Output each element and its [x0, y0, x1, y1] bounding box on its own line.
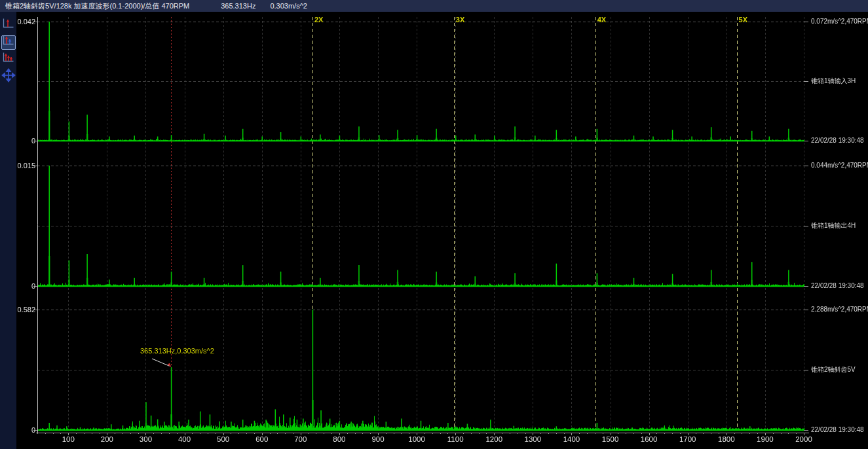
y-max-label-chart3: 0.582: [16, 306, 35, 314]
x-tick-label-1700: 1700: [673, 435, 702, 443]
x-tick-label-100: 100: [54, 435, 83, 443]
stacked-spectra-icon: [1, 34, 16, 51]
channel-name-label-chart2: 锥箱1轴输出4H: [811, 222, 856, 230]
channel-name-label-chart1: 锥箱1轴输入3H: [811, 77, 856, 85]
timestamp-label-chart3: 22/02/28 19:30:48: [811, 426, 864, 434]
x-tick-label-1800: 1800: [712, 435, 741, 443]
tool-pan-move-button[interactable]: [1, 69, 16, 84]
single-spectrum-icon: [1, 17, 16, 34]
x-tick-label-1400: 1400: [557, 435, 586, 443]
title-bar: 锥箱2轴斜齿5V/128k 加速度波形(0.1-2000)/总值 470RPM3…: [0, 0, 868, 12]
overall-value-label-chart1: 0.072m/s^2,470RPM: [811, 18, 868, 26]
y-zero-label-chart2: 0: [16, 282, 35, 290]
x-tick-label-900: 900: [364, 435, 392, 443]
tool-stacked-spectra-button[interactable]: [1, 35, 16, 50]
channel-name-label-chart3: 锥箱2轴斜齿5V: [811, 366, 856, 374]
y-max-label-chart1: 0.042: [16, 18, 35, 26]
spectrum-plot-area: 0.04200.072m/s^2,470RPM锥箱1轴输入3H22/02/28 …: [16, 12, 868, 449]
x-tick-label-700: 700: [286, 435, 315, 443]
x-tick-label-500: 500: [209, 435, 238, 443]
x-tick-label-1900: 1900: [751, 435, 780, 443]
x-tick-label-600: 600: [248, 435, 276, 443]
spectrum-canvas[interactable]: [16, 12, 868, 449]
x-tick-label-300: 300: [131, 435, 160, 443]
x-tick-label-800: 800: [325, 435, 354, 443]
cursor-amp-readout: 0.303m/s^2: [270, 2, 307, 10]
y-zero-label-chart3: 0: [16, 426, 35, 434]
harmonic-marker-label-2x: 2X: [314, 16, 323, 24]
x-tick-label-1600: 1600: [635, 435, 664, 443]
y-max-label-chart2: 0.015: [16, 162, 35, 170]
peak-annotation: 365.313Hz,0.303m/s^2: [140, 347, 214, 355]
x-tick-label-1500: 1500: [596, 435, 625, 443]
timestamp-label-chart1: 22/02/28 19:30:48: [811, 137, 864, 145]
tool-single-spectrum-button[interactable]: [1, 18, 16, 33]
x-tick-label-1000: 1000: [402, 435, 431, 443]
timestamp-label-chart2: 22/02/28 19:30:48: [811, 282, 864, 290]
x-tick-label-1100: 1100: [441, 435, 470, 443]
y-zero-label-chart1: 0: [16, 137, 35, 145]
harmonic-marker-label-5x: 5X: [739, 16, 747, 24]
overall-value-label-chart3: 2.288m/s^2,470RPM: [811, 306, 868, 314]
toolbar: [0, 12, 16, 449]
window-title: 锥箱2轴斜齿5V/128k 加速度波形(0.1-2000)/总值 470RPM: [5, 2, 189, 10]
x-tick-label-1300: 1300: [518, 435, 547, 443]
tool-harmonic-cursor-button[interactable]: [1, 52, 16, 67]
x-tick-label-400: 400: [170, 435, 199, 443]
cursor-freq-readout: 365.313Hz: [221, 2, 255, 10]
pan-move-icon: [1, 68, 16, 85]
x-tick-label-1200: 1200: [480, 435, 508, 443]
x-tick-label-2000: 2000: [789, 435, 818, 443]
overall-value-label-chart2: 0.044m/s^2,470RPM: [811, 162, 868, 170]
harmonic-marker-label-3x: 3X: [456, 16, 464, 24]
harmonic-marker-label-4x: 4X: [597, 16, 606, 24]
x-tick-label-200: 200: [92, 435, 121, 443]
harmonic-cursor-icon: [1, 51, 16, 68]
main-window: 0.04200.072m/s^2,470RPM锥箱1轴输入3H22/02/28 …: [0, 12, 868, 449]
